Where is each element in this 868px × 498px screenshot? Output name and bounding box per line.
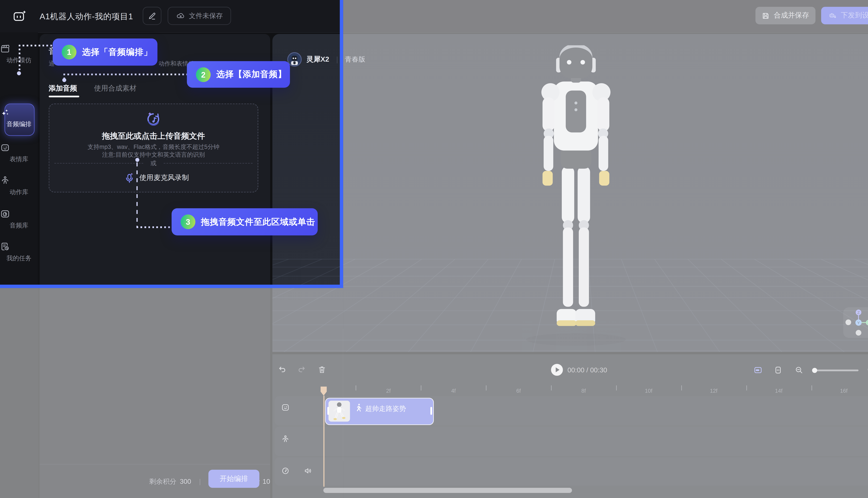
tutorial-step-2: 2 选择【添加音频】 bbox=[187, 61, 290, 88]
cloud-unsaved-icon bbox=[176, 11, 185, 20]
highlight-border-bottom bbox=[0, 285, 343, 288]
connector-3-horizontal bbox=[137, 226, 171, 228]
connector-1-vertical bbox=[19, 45, 20, 71]
highlight-border-right bbox=[340, 0, 343, 288]
sidebar-item-expression-lib[interactable]: 表情库 bbox=[0, 143, 38, 163]
tab-synth-material[interactable]: 使用合成素材 bbox=[94, 84, 137, 93]
music-box-icon bbox=[0, 209, 38, 219]
connector-2-vertical bbox=[63, 74, 65, 78]
mic-record-label: 使用麦克风录制 bbox=[139, 173, 189, 183]
step-3-text: 拖拽音频文件至此区域或单击 bbox=[201, 217, 315, 227]
mic-record-button[interactable]: 使用麦克风录制 bbox=[124, 172, 189, 184]
step-3-number: 3 bbox=[181, 214, 195, 229]
tab-underline bbox=[49, 96, 79, 97]
step-1-text: 选择「音频编排」 bbox=[82, 47, 152, 57]
robot-face-icon bbox=[0, 143, 38, 153]
step-1-number: 1 bbox=[62, 45, 77, 60]
upload-music-icon bbox=[145, 111, 162, 128]
app-logo-icon bbox=[13, 9, 27, 23]
pencil-icon bbox=[148, 12, 156, 20]
step-2-number: 2 bbox=[196, 67, 211, 82]
divider-right bbox=[164, 163, 252, 163]
file-unsaved-status: 文件未保存 bbox=[168, 7, 231, 25]
connector-2-horizontal bbox=[63, 74, 187, 75]
task-list-icon bbox=[0, 242, 38, 252]
rename-button[interactable] bbox=[143, 7, 161, 25]
project-title: A1机器人动作-我的项目1 bbox=[40, 11, 133, 22]
tutorial-step-3: 3 拖拽音频文件至此区域或单击 bbox=[171, 208, 318, 235]
mic-icon bbox=[124, 172, 135, 184]
connector-1-horizontal bbox=[19, 45, 53, 46]
tutorial-step-1: 1 选择「音频编排」 bbox=[53, 39, 157, 66]
sidebar-item-my-tasks[interactable]: 我的任务 bbox=[0, 242, 38, 263]
dim-overlay-bottom bbox=[0, 288, 343, 498]
person-icon bbox=[0, 175, 38, 186]
sidebar-item-audio-lib[interactable]: 音频库 bbox=[0, 209, 38, 230]
tab-add-audio[interactable]: 添加音频 bbox=[49, 84, 77, 93]
sidebar-item-audio-arrange[interactable]: 音频编排 bbox=[0, 108, 38, 129]
upload-hint-formats: 支持mp3、wav、Flac格式，音频长度不超过5分钟 bbox=[49, 143, 258, 151]
audio-upload-dropzone[interactable]: 拖拽至此或点击上传音频文件 支持mp3、wav、Flac格式，音频长度不超过5分… bbox=[49, 104, 258, 193]
robot-name: 灵犀X2 bbox=[307, 55, 329, 64]
sidebar-item-motion-lib[interactable]: 动作库 bbox=[0, 175, 38, 196]
step-2-text: 选择【添加音频】 bbox=[216, 69, 287, 80]
connector-1-dot bbox=[17, 71, 21, 75]
badge-divider: ｜ bbox=[334, 55, 340, 64]
upload-title: 拖拽至此或点击上传音频文件 bbox=[49, 131, 258, 142]
sparkles-icon bbox=[0, 108, 38, 118]
dim-overlay-right bbox=[343, 0, 868, 498]
upload-hint-language: 注意:目前仅支持中文和英文语言的识别 bbox=[49, 151, 258, 159]
connector-3-vertical bbox=[137, 162, 138, 227]
